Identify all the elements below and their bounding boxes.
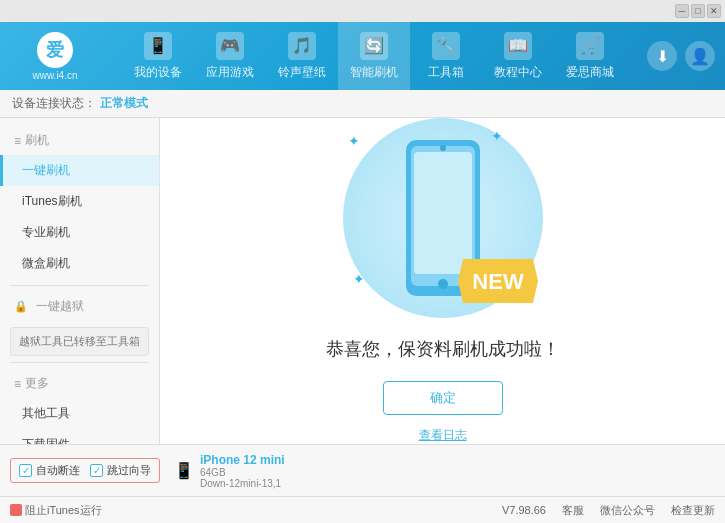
wechat-link[interactable]: 微信公众号 (600, 503, 655, 518)
nav-ringtone[interactable]: 🎵 铃声壁纸 (266, 22, 338, 90)
status-value: 正常模式 (100, 95, 148, 112)
jailbreak-notice: 越狱工具已转移至工具箱 (10, 327, 149, 356)
svg-point-4 (440, 145, 446, 151)
sidebar-item-itunes-flash[interactable]: iTunes刷机 (0, 186, 159, 217)
minimize-button[interactable]: ─ (675, 4, 689, 18)
bottom-footer: 阻止iTunes运行 V7.98.66 客服 微信公众号 检查更新 (0, 497, 725, 523)
apps-icon: 🎮 (216, 32, 244, 60)
stop-itunes-button[interactable]: 阻止iTunes运行 (10, 503, 102, 518)
sparkle-icon-2: ✦ (491, 128, 503, 144)
onekey-flash-label: 一键刷机 (22, 163, 70, 177)
lock-icon: 🔒 (14, 300, 28, 313)
itunes-flash-label: iTunes刷机 (22, 194, 82, 208)
bottom-section: ✓ 自动断连 ✓ 跳过向导 📱 iPhone 12 mini 64GB Down… (0, 444, 725, 523)
micro-flash-label: 微盒刷机 (22, 256, 70, 270)
device-storage: 64GB (200, 467, 285, 478)
nav-shop[interactable]: 🛒 爱思商城 (554, 22, 626, 90)
sidebar-item-onekey-flash[interactable]: 一键刷机 (0, 155, 159, 186)
shop-icon: 🛒 (576, 32, 604, 60)
sidebar: ≡ 刷机 一键刷机 iTunes刷机 专业刷机 微盒刷机 🔒 一键越狱 (0, 118, 160, 444)
nav-tutorial-label: 教程中心 (494, 64, 542, 81)
sidebar-divider-1 (10, 285, 149, 286)
nav-tools-label: 工具箱 (428, 64, 464, 81)
close-button[interactable]: ✕ (707, 4, 721, 18)
nav-apps[interactable]: 🎮 应用游戏 (194, 22, 266, 90)
sidebar-section-jailbreak: 🔒 一键越狱 (0, 292, 159, 321)
sidebar-section-flash: ≡ 刷机 (0, 126, 159, 155)
log-link[interactable]: 查看日志 (419, 427, 467, 444)
auto-disconnect-checkbox[interactable]: ✓ 自动断连 (19, 463, 80, 478)
nav-right: ⬇ 👤 (647, 41, 715, 71)
nav-flash-label: 智能刷机 (350, 64, 398, 81)
success-text: 恭喜您，保资料刷机成功啦！ (326, 337, 560, 361)
auto-disconnect-checkbox-box[interactable]: ✓ (19, 464, 32, 477)
customer-service-link[interactable]: 客服 (562, 503, 584, 518)
device-model: Down-12mini-13,1 (200, 478, 285, 489)
top-nav: 爱 www.i4.cn 📱 我的设备 🎮 应用游戏 🎵 铃声壁纸 🔄 智能刷机 … (0, 22, 725, 90)
status-bar: 设备连接状态： 正常模式 (0, 90, 725, 118)
sparkle-icon-1: ✦ (348, 133, 360, 149)
sidebar-item-pro-flash[interactable]: 专业刷机 (0, 217, 159, 248)
skip-wizard-checkbox-box[interactable]: ✓ (90, 464, 103, 477)
section-flash-label: 刷机 (25, 132, 49, 149)
phone-illustration: ✦ ✦ ✦ (333, 118, 553, 317)
nav-my-device[interactable]: 📱 我的设备 (122, 22, 194, 90)
skip-wizard-checkbox[interactable]: ✓ 跳过向导 (90, 463, 151, 478)
device-name: iPhone 12 mini (200, 453, 285, 467)
section-flash-icon: ≡ (14, 134, 21, 148)
nav-tutorial[interactable]: 📖 教程中心 (482, 22, 554, 90)
section-more-icon: ≡ (14, 377, 21, 391)
nav-flash[interactable]: 🔄 智能刷机 (338, 22, 410, 90)
nav-shop-label: 爱思商城 (566, 64, 614, 81)
device-info: iPhone 12 mini 64GB Down-12mini-13,1 (200, 453, 285, 489)
section-jailbreak-label: 一键越狱 (36, 298, 84, 315)
stop-itunes-label: 阻止iTunes运行 (25, 503, 102, 518)
title-bar: ─ □ ✕ (0, 0, 725, 22)
download-button[interactable]: ⬇ (647, 41, 677, 71)
pro-flash-label: 专业刷机 (22, 225, 70, 239)
sidebar-item-download-firmware[interactable]: 下载固件 (0, 429, 159, 444)
version-text: V7.98.66 (502, 504, 546, 516)
nav-items: 📱 我的设备 🎮 应用游戏 🎵 铃声壁纸 🔄 智能刷机 🔧 工具箱 📖 教程中心… (100, 22, 647, 90)
bottom-device-bar: ✓ 自动断连 ✓ 跳过向导 📱 iPhone 12 mini 64GB Down… (0, 445, 725, 497)
sidebar-divider-2 (10, 362, 149, 363)
download-firmware-label: 下载固件 (22, 437, 70, 444)
device-info-area: 📱 iPhone 12 mini 64GB Down-12mini-13,1 (174, 453, 285, 489)
logo-icon: 爱 (37, 32, 73, 68)
user-button[interactable]: 👤 (685, 41, 715, 71)
sidebar-item-micro-flash[interactable]: 微盒刷机 (0, 248, 159, 279)
my-device-icon: 📱 (144, 32, 172, 60)
check-update-link[interactable]: 检查更新 (671, 503, 715, 518)
logo-area: 爱 www.i4.cn (10, 32, 100, 81)
main-content-area: ✦ ✦ ✦ (160, 118, 725, 444)
nav-ringtone-label: 铃声壁纸 (278, 64, 326, 81)
sidebar-item-other-tools[interactable]: 其他工具 (0, 398, 159, 429)
flash-icon: 🔄 (360, 32, 388, 60)
maximize-button[interactable]: □ (691, 4, 705, 18)
nav-tools[interactable]: 🔧 工具箱 (410, 22, 482, 90)
svg-point-3 (438, 279, 448, 289)
ringtone-icon: 🎵 (288, 32, 316, 60)
device-phone-icon: 📱 (174, 461, 194, 480)
content-wrapper: 设备连接状态： 正常模式 ≡ 刷机 一键刷机 iTunes刷机 专业刷机 微盒刷… (0, 90, 725, 523)
confirm-button[interactable]: 确定 (383, 381, 503, 415)
bottom-right-links: V7.98.66 客服 微信公众号 检查更新 (502, 503, 715, 518)
section-more-label: 更多 (25, 375, 49, 392)
logo-url: www.i4.cn (32, 70, 77, 81)
auto-disconnect-label: 自动断连 (36, 463, 80, 478)
tools-icon: 🔧 (432, 32, 460, 60)
new-badge: NEW (458, 259, 538, 307)
skip-wizard-label: 跳过向导 (107, 463, 151, 478)
svg-text:NEW: NEW (472, 269, 524, 294)
status-label: 设备连接状态： (12, 95, 96, 112)
sidebar-section-more: ≡ 更多 (0, 369, 159, 398)
stop-icon (10, 504, 22, 516)
svg-rect-2 (414, 152, 472, 274)
other-tools-label: 其他工具 (22, 406, 70, 420)
nav-my-device-label: 我的设备 (134, 64, 182, 81)
jailbreak-notice-text: 越狱工具已转移至工具箱 (19, 335, 140, 347)
sparkle-icon-3: ✦ (353, 271, 365, 287)
main-content: ≡ 刷机 一键刷机 iTunes刷机 专业刷机 微盒刷机 🔒 一键越狱 (0, 118, 725, 444)
nav-apps-label: 应用游戏 (206, 64, 254, 81)
tutorial-icon: 📖 (504, 32, 532, 60)
